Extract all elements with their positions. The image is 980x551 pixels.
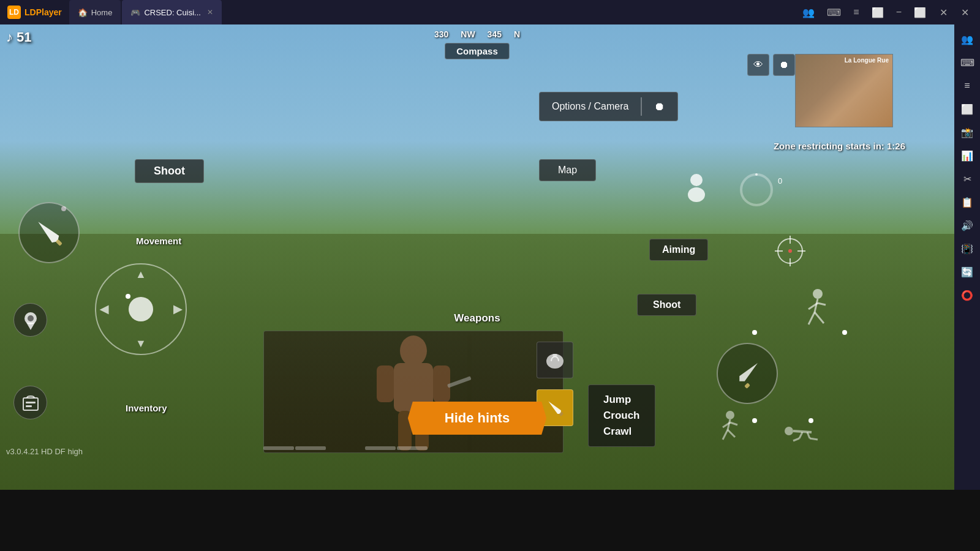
svg-rect-10 (26, 402, 36, 403)
joystick-arrow-left: ◀ (100, 302, 108, 316)
hud-weapons-panel (263, 331, 564, 453)
minimize-icon[interactable]: − (892, 6, 905, 19)
compass-330: 330 (434, 29, 448, 39)
tab-bar: 🏠 Home 🎮 CRSED: Cuisi... ✕ (69, 0, 222, 24)
minimap-image: La Longue Rue (796, 54, 892, 127)
fullscreen-icon[interactable]: ⬜ (868, 6, 888, 20)
hint-dot-shoot-right (752, 330, 757, 335)
keyboard-icon[interactable]: ⌨ (823, 6, 845, 20)
hud-zone-timer: Zone restricting starts in: 1:26 (774, 141, 905, 151)
multiinstance-icon[interactable]: 👥 (799, 6, 818, 20)
svg-point-31 (813, 289, 823, 299)
hud-knife-circle-right[interactable] (717, 343, 778, 404)
hud-shoot-left-button[interactable]: Shoot (135, 159, 204, 183)
restore-icon[interactable]: ⬜ (910, 6, 930, 20)
svg-line-40 (793, 438, 799, 441)
hint-dot-run (842, 330, 847, 335)
rsb-menu-icon[interactable]: ≡ (957, 76, 977, 96)
hud-inventory-circle[interactable] (13, 386, 47, 419)
compass-label[interactable]: Compass (445, 43, 510, 59)
hud-ammo-ring (738, 171, 775, 208)
minimap-label: La Longue Rue (845, 57, 889, 64)
home-icon: 🏠 (78, 8, 88, 17)
rsb-chart-icon[interactable]: 📊 (957, 146, 977, 165)
hud-knife-circle-left[interactable] (18, 202, 80, 263)
joystick-movement[interactable]: ▲ ▼ ◀ ▶ (95, 263, 187, 355)
bottom-bar (0, 490, 980, 551)
hud-crouch-figure (717, 410, 744, 449)
svg-line-45 (723, 430, 728, 440)
compass-nw: NW (461, 29, 475, 39)
tab-close-icon[interactable]: ✕ (207, 8, 213, 17)
camera-record-btn[interactable]: ⏺ (773, 54, 795, 76)
close-icon[interactable]: ✕ (935, 6, 952, 20)
window-controls: 👥 ⌨ ≡ ⬜ − ⬜ ✕ ✕ (799, 6, 980, 20)
rsb-scissors-icon[interactable]: ✂ (957, 169, 977, 189)
svg-rect-11 (26, 405, 32, 407)
hud-weapon-bag[interactable] (537, 342, 573, 378)
hud-jump-crouch-crawl-panel: Jump Crouch Crawl (588, 384, 655, 447)
game-icon: 🎮 (130, 8, 140, 17)
hud-crouch-button[interactable]: Crouch (603, 410, 640, 422)
hud-crawl-figure (784, 422, 821, 447)
hud-options-camera[interactable]: Options / Camera ⏺ (539, 92, 678, 121)
menu-icon[interactable]: ≡ (850, 6, 862, 19)
tab-game-label: CRSED: Cuisi... (144, 8, 200, 17)
svg-point-0 (690, 174, 703, 186)
hud-map-button[interactable]: Map (539, 159, 596, 181)
joystick-center (129, 297, 153, 321)
rsb-clipboard-icon[interactable]: 📋 (957, 192, 977, 212)
hint-dot-crawl-f (809, 418, 813, 423)
rsb-screenshot-icon[interactable]: 📸 (957, 122, 977, 142)
hud-player-icon (683, 171, 710, 205)
rsb-shake-icon[interactable]: 📳 (957, 239, 977, 258)
hud-shoot-right-button[interactable]: Shoot (637, 294, 696, 316)
rsb-rotate-icon[interactable]: 🔄 (957, 262, 977, 282)
rsb-volume-icon[interactable]: 🔊 (957, 216, 977, 235)
weapon-indicator-1b (295, 446, 326, 450)
rsb-circle-icon[interactable]: ⭕ (957, 285, 977, 305)
tab-home-label: Home (91, 8, 113, 17)
tab-game[interactable]: 🎮 CRSED: Cuisi... ✕ (122, 0, 221, 24)
hud-crosshair (772, 233, 809, 269)
svg-point-28 (788, 249, 792, 253)
joystick-arrow-down: ▼ (135, 337, 146, 350)
compass-345: 345 (488, 29, 502, 39)
hud-jump-button[interactable]: Jump (603, 394, 640, 406)
hud-compass: 330 NW 345 N Compass (434, 29, 520, 59)
hide-hints-button[interactable]: Hide hints (408, 402, 546, 435)
svg-point-8 (28, 315, 34, 321)
rsb-fullscreen-icon[interactable]: ⬜ (957, 99, 977, 119)
svg-rect-30 (744, 383, 750, 389)
hud-crawl-button[interactable]: Crawl (603, 425, 640, 438)
svg-marker-7 (26, 323, 35, 330)
extra-close-icon[interactable]: ✕ (957, 6, 973, 20)
svg-point-1 (688, 187, 705, 202)
weapon-slot-2 (365, 446, 428, 450)
svg-point-43 (726, 411, 734, 419)
logo-icon: LD (7, 6, 21, 19)
hud-minimap[interactable]: La Longue Rue (795, 54, 893, 127)
hud-top-icons: 👁 ⏺ (747, 54, 795, 76)
tab-home[interactable]: 🏠 Home (69, 0, 121, 24)
compass-bar: 330 NW 345 N (434, 29, 520, 39)
app-name: LDPlayer (24, 7, 62, 17)
options-divider (641, 97, 642, 116)
options-camera-label: Options / Camera (552, 101, 628, 112)
svg-line-36 (818, 303, 826, 305)
hud-weapons-label: Weapons (454, 312, 500, 324)
svg-point-12 (400, 335, 427, 366)
svg-point-37 (785, 427, 793, 435)
game-area: ♪ 51 330 NW 345 N Compass La Longue Rue … (0, 24, 954, 490)
rsb-keyboard-icon[interactable]: ⌨ (957, 53, 977, 72)
hud-aiming-button[interactable]: Aiming (649, 239, 708, 261)
svg-line-46 (728, 430, 735, 437)
eye-icon-btn[interactable]: 👁 (747, 54, 769, 76)
rsb-people-icon[interactable]: 👥 (957, 29, 977, 49)
app-logo: LD LDPlayer (0, 6, 69, 19)
hud-location-pin[interactable] (13, 303, 47, 337)
svg-marker-29 (737, 361, 760, 384)
hud-run-figure (802, 288, 833, 336)
svg-line-38 (793, 431, 812, 432)
svg-line-42 (810, 438, 818, 440)
